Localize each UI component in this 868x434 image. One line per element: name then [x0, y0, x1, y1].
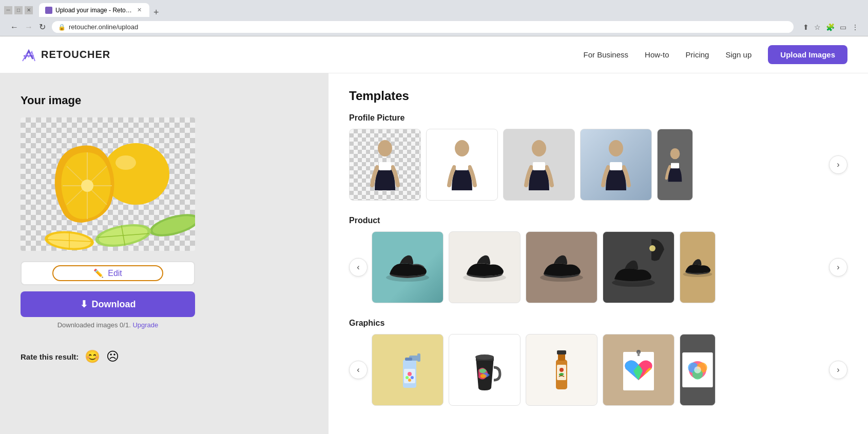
- minimize-button[interactable]: ─: [4, 6, 12, 14]
- template-card[interactable]: [603, 334, 674, 406]
- shoe-lamp-svg: [605, 234, 672, 301]
- graphics-scroll-left[interactable]: ‹: [349, 361, 368, 379]
- svg-point-44: [475, 354, 494, 360]
- nav-buttons: ← → ↻: [8, 21, 48, 33]
- svg-rect-48: [557, 350, 566, 354]
- cup-svg: [468, 344, 501, 396]
- person-svg: [665, 139, 685, 190]
- bookmark-button[interactable]: ☆: [813, 22, 822, 32]
- tab-close-button[interactable]: ✕: [136, 6, 143, 14]
- close-button[interactable]: ✕: [25, 6, 33, 14]
- graphics-scroll: [372, 334, 825, 406]
- svg-rect-19: [379, 162, 391, 170]
- template-card[interactable]: [449, 231, 520, 303]
- rate-positive-button[interactable]: 😊: [85, 349, 100, 364]
- tab-title: Upload your image - Retoucher: [55, 7, 132, 14]
- download-label: Download: [92, 299, 136, 310]
- main-content: Your image: [0, 73, 868, 434]
- rate-label: Rate this result:: [21, 352, 79, 361]
- template-card[interactable]: [372, 231, 443, 303]
- product-scroll-right[interactable]: ›: [829, 258, 847, 277]
- product-scroll: [372, 231, 825, 303]
- svg-point-40: [406, 376, 409, 379]
- download-icon: ⬇: [80, 299, 88, 310]
- lock-icon: 🔒: [58, 24, 66, 31]
- page-wrapper: RETOUCHER For Business How-to Pricing Si…: [0, 36, 868, 434]
- svg-point-50: [560, 368, 564, 372]
- heart-svg: [613, 344, 664, 396]
- browser-titlebar: ─ □ ✕ Upload your image - Retoucher ✕ +: [4, 3, 864, 17]
- logo-text: RETOUCHER: [41, 49, 110, 61]
- template-card[interactable]: [526, 231, 597, 303]
- svg-point-1: [104, 144, 168, 202]
- download-button[interactable]: ⬇ Download: [21, 291, 195, 317]
- shoe-svg: [536, 249, 587, 285]
- svg-rect-23: [533, 162, 545, 170]
- svg-point-42: [408, 379, 411, 382]
- template-card[interactable]: [526, 334, 597, 406]
- left-panel: Your image: [0, 73, 329, 434]
- shoe-svg: [459, 249, 510, 285]
- nav-links: For Business How-to Pricing Sign up Uplo…: [584, 45, 848, 64]
- profile-picture-section: Profile Picture: [349, 113, 847, 201]
- svg-rect-53: [638, 352, 640, 356]
- person-svg: [524, 139, 554, 190]
- refresh-button[interactable]: ↻: [37, 21, 48, 33]
- new-tab-button[interactable]: +: [150, 8, 162, 17]
- svg-rect-37: [417, 353, 420, 362]
- template-card[interactable]: [580, 129, 652, 201]
- template-card[interactable]: [426, 129, 498, 201]
- person-svg: [370, 139, 400, 190]
- forward-button[interactable]: →: [23, 21, 35, 33]
- maximize-button[interactable]: □: [14, 6, 23, 14]
- svg-rect-27: [671, 163, 679, 169]
- svg-rect-43: [405, 358, 412, 361]
- graphics-label: Graphics: [349, 319, 847, 328]
- rate-negative-button[interactable]: ☹: [106, 349, 119, 364]
- profile-picture-row: ›: [349, 129, 847, 201]
- person-svg: [447, 139, 477, 190]
- bottle-svg: [394, 344, 422, 396]
- back-button[interactable]: ←: [8, 21, 21, 33]
- nav-sign-up[interactable]: Sign up: [725, 50, 751, 59]
- edit-button[interactable]: ✏️ Edit: [21, 261, 195, 285]
- profile-scroll-right[interactable]: ›: [829, 155, 847, 174]
- template-card[interactable]: [657, 129, 693, 201]
- shoe-svg: [680, 249, 715, 285]
- extensions-button[interactable]: 🧩: [825, 22, 836, 32]
- upload-images-button[interactable]: Upload Images: [768, 45, 847, 64]
- profile-picture-label: Profile Picture: [349, 113, 847, 123]
- template-card[interactable]: [680, 334, 716, 406]
- sidebar-button[interactable]: ▭: [839, 22, 847, 32]
- template-card[interactable]: [503, 129, 575, 201]
- image-preview: [21, 117, 195, 251]
- svg-rect-47: [558, 353, 565, 361]
- svg-rect-49: [557, 365, 566, 380]
- svg-point-2: [115, 155, 136, 170]
- nav-pricing[interactable]: Pricing: [686, 50, 709, 59]
- window-controls: ─ □ ✕: [4, 6, 33, 14]
- svg-point-7: [81, 180, 93, 192]
- logo[interactable]: RETOUCHER: [21, 47, 110, 63]
- download-info-text: Downloaded images 0/1.: [57, 321, 131, 329]
- product-section: Product ‹: [349, 216, 847, 303]
- template-card[interactable]: [449, 334, 520, 406]
- upgrade-link[interactable]: Upgrade: [132, 321, 158, 329]
- graphics-section: Graphics ‹: [349, 319, 847, 406]
- svg-point-24: [609, 140, 623, 156]
- svg-point-20: [455, 140, 469, 156]
- template-card[interactable]: [603, 231, 674, 303]
- product-scroll-left[interactable]: ‹: [349, 258, 368, 277]
- url-bar[interactable]: 🔒 retoucher.online/upload: [52, 21, 794, 33]
- svg-point-26: [670, 148, 680, 159]
- nav-how-to[interactable]: How-to: [645, 50, 669, 59]
- nav-for-business[interactable]: For Business: [584, 50, 629, 59]
- template-card[interactable]: [680, 231, 716, 303]
- svg-point-41: [411, 376, 414, 379]
- template-card[interactable]: [349, 129, 421, 201]
- active-tab[interactable]: Upload your image - Retoucher ✕: [39, 3, 149, 17]
- menu-button[interactable]: ⋮: [851, 22, 860, 32]
- graphics-scroll-right[interactable]: ›: [829, 361, 847, 379]
- template-card[interactable]: [372, 334, 443, 406]
- share-button[interactable]: ⬆: [802, 22, 810, 32]
